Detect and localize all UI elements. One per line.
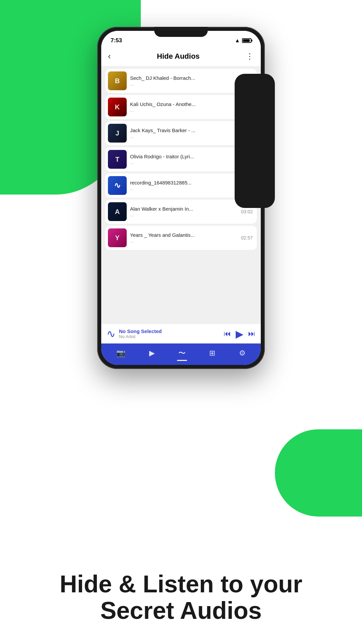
settings-icon: ⚙ — [239, 349, 246, 358]
phone-back — [235, 74, 275, 208]
song-info-2: Kali Uchis_ Ozuna - Anothe... ... — [130, 101, 238, 113]
song-title-3: Jack Kays_ Travis Barker - ... — [130, 127, 238, 133]
song-thumb-4: T — [108, 150, 127, 169]
song-subtitle-1: ... — [130, 82, 238, 87]
song-item-3[interactable]: J Jack Kays_ Travis Barker - ... ... 02:… — [105, 121, 257, 145]
player-bar: ∿ No Song Selected No Artist ⏮ ▶ ⏭ — [101, 324, 261, 343]
back-button[interactable]: ‹ — [108, 51, 111, 61]
song-item-4[interactable]: T Olivia Rodrigo - traitor (Lyri... ... … — [105, 147, 257, 171]
song-thumb-6: A — [108, 202, 127, 221]
song-title-1: Sech_ DJ Khaled - Borrach... — [130, 75, 238, 81]
player-waveform-icon: ∿ — [107, 327, 116, 340]
player-song-title: No Song Selected — [119, 328, 220, 334]
song-subtitle-2: ... — [130, 108, 238, 113]
wifi-icon: ▲ — [235, 38, 240, 44]
song-subtitle-5: ... — [130, 186, 238, 191]
more-menu-button[interactable]: ⋮ — [246, 52, 254, 61]
song-thumb-1: B — [108, 71, 127, 90]
nav-item-youtube[interactable]: ▶ — [149, 349, 155, 358]
song-info-1: Sech_ DJ Khaled - Borrach... ... — [130, 75, 238, 87]
song-item-2[interactable]: K Kali Uchis_ Ozuna - Anothe... ... 02:4… — [105, 95, 257, 119]
player-info: No Song Selected No Artist — [119, 328, 220, 339]
song-title-5: recording_164898312885... — [130, 180, 238, 185]
song-title-7: Years _ Years and Galantis... — [130, 232, 238, 238]
grid-icon: ⊞ — [209, 349, 215, 358]
phone-wrapper: 7:53 ▲ ‹ Hide Audios ⋮ B — [97, 27, 265, 369]
tagline: Hide & Listen to your Secret Audios — [20, 571, 342, 624]
song-subtitle-3: ... — [130, 134, 238, 139]
phone-notch — [154, 27, 208, 37]
song-title-2: Kali Uchis_ Ozuna - Anothe... — [130, 101, 238, 107]
song-title-6: Alan Walker x Benjamin In... — [130, 206, 238, 212]
status-time: 7:53 — [111, 37, 122, 44]
song-item-7[interactable]: Y Years _ Years and Galantis... ... 02:5… — [105, 226, 257, 250]
song-thumb-2: K — [108, 98, 127, 116]
nav-item-grid[interactable]: ⊞ — [209, 349, 215, 358]
song-duration-6: 03:02 — [241, 209, 253, 214]
bg-green-bottom — [275, 429, 362, 517]
page-title: Hide Audios — [157, 52, 200, 61]
battery-fill — [243, 39, 250, 42]
nav-item-audio[interactable]: 〜 — [178, 348, 186, 358]
song-subtitle-7: ... — [130, 238, 238, 244]
prev-button[interactable]: ⏮ — [224, 329, 231, 338]
song-thumb-7: Y — [108, 228, 127, 247]
battery-icon — [242, 38, 251, 43]
song-item-6[interactable]: A Alan Walker x Benjamin In... ... 03:02 — [105, 200, 257, 224]
song-info-7: Years _ Years and Galantis... ... — [130, 232, 238, 244]
player-controls: ⏮ ▶ ⏭ — [224, 328, 255, 340]
song-info-4: Olivia Rodrigo - traitor (Lyri... ... — [130, 154, 238, 165]
camera-icon: 📷 — [116, 349, 125, 358]
song-info-5: recording_164898312885... ... — [130, 180, 238, 191]
song-thumb-5: ∿ — [108, 176, 127, 195]
youtube-icon: ▶ — [149, 349, 155, 358]
song-title-4: Olivia Rodrigo - traitor (Lyri... — [130, 154, 238, 159]
next-button[interactable]: ⏭ — [248, 329, 255, 338]
song-item-1[interactable]: B Sech_ DJ Khaled - Borrach... ... 03:44 — [105, 69, 257, 93]
play-button[interactable]: ▶ — [236, 328, 243, 340]
player-artist: No Artist — [119, 334, 220, 339]
nav-item-camera[interactable]: 📷 — [116, 349, 125, 358]
song-info-6: Alan Walker x Benjamin In... ... — [130, 206, 238, 217]
bottom-nav: 📷 ▶ 〜 ⊞ ⚙ — [101, 343, 261, 365]
song-subtitle-6: ... — [130, 212, 238, 217]
song-duration-7: 02:57 — [241, 235, 253, 240]
nav-item-settings[interactable]: ⚙ — [239, 349, 246, 358]
bottom-text-section: Hide & Listen to your Secret Audios — [0, 571, 362, 624]
song-item-5[interactable]: ∿ recording_164898312885... ... 00:06 — [105, 173, 257, 198]
song-subtitle-4: ... — [130, 160, 238, 165]
app-bar: ‹ Hide Audios ⋮ — [101, 48, 261, 66]
song-info-3: Jack Kays_ Travis Barker - ... ... — [130, 127, 238, 139]
song-thumb-3: J — [108, 124, 127, 143]
audio-wave-icon: 〜 — [178, 348, 186, 358]
status-icons: ▲ — [235, 38, 251, 44]
active-indicator — [177, 360, 187, 361]
